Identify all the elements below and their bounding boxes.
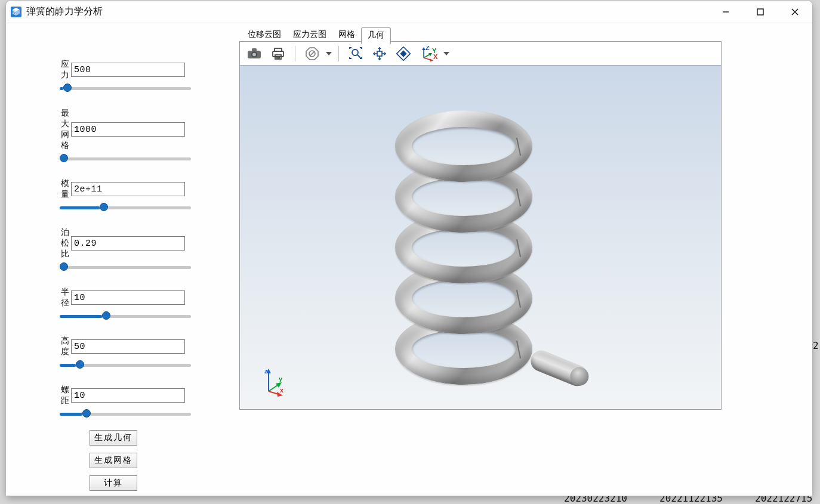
window-close-button[interactable] <box>778 1 812 23</box>
no-symbol-icon[interactable] <box>301 44 323 63</box>
window-minimize-button[interactable] <box>708 1 743 23</box>
label-force: 应力 <box>60 59 71 81</box>
svg-point-10 <box>252 52 256 56</box>
slider-max-mesh[interactable] <box>60 153 185 166</box>
titlebar[interactable]: 弹簧的静力学分析 <box>6 1 812 23</box>
svg-line-21 <box>357 55 360 58</box>
svg-text:x: x <box>280 386 284 394</box>
svg-rect-4 <box>757 9 763 15</box>
svg-marker-34 <box>443 52 449 55</box>
svg-rect-12 <box>273 51 283 57</box>
zoom-box-icon[interactable] <box>345 44 366 63</box>
tab-geometry[interactable]: 几何 <box>361 27 391 44</box>
pan-icon[interactable] <box>369 44 390 63</box>
label-poisson: 泊松比 <box>60 227 71 259</box>
label-height: 高度 <box>60 336 71 357</box>
spring-geometry <box>395 92 562 397</box>
slider-force[interactable] <box>60 83 185 96</box>
generate-geometry-button[interactable]: 生成几何 <box>90 430 137 446</box>
dropdown-icon[interactable] <box>325 51 332 57</box>
slider-poisson[interactable] <box>60 262 185 275</box>
svg-line-18 <box>310 51 315 56</box>
svg-text:y: y <box>279 375 283 382</box>
label-modulus: 模量 <box>60 178 71 200</box>
slider-radius[interactable] <box>60 311 185 324</box>
label-pitch: 螺距 <box>60 385 71 406</box>
generate-mesh-button[interactable]: 生成网格 <box>90 453 137 468</box>
label-radius: 半径 <box>60 287 71 308</box>
bg-fragment-d: 2 <box>813 340 819 351</box>
input-pitch[interactable] <box>71 388 185 403</box>
print-icon[interactable] <box>267 44 289 63</box>
svg-text:Z: Z <box>426 46 430 51</box>
parameter-panel: 应力 最大网格 模量 泊松比 <box>60 59 185 498</box>
svg-text:X: X <box>433 53 438 60</box>
svg-rect-8 <box>252 48 257 51</box>
label-max-mesh: 最大网格 <box>60 108 71 151</box>
slider-pitch[interactable] <box>60 409 185 422</box>
slider-height[interactable] <box>60 360 185 373</box>
camera-icon[interactable] <box>243 44 265 63</box>
input-radius[interactable] <box>71 290 185 305</box>
window-title: 弹簧的静力学分析 <box>26 5 103 18</box>
viewport-toolbar: Z Y X <box>240 42 721 66</box>
viewport-panel: Z Y X <box>239 41 722 410</box>
input-poisson[interactable] <box>71 236 185 251</box>
fit-view-icon[interactable] <box>393 44 414 63</box>
compute-button[interactable]: 计算 <box>90 475 137 491</box>
svg-text:z: z <box>264 367 268 375</box>
window-maximize-button[interactable] <box>743 1 778 23</box>
input-force[interactable] <box>71 63 185 77</box>
svg-rect-24 <box>400 50 406 57</box>
axis-triad-icon: z y x <box>263 366 286 395</box>
input-modulus[interactable] <box>71 182 185 196</box>
dropdown-icon[interactable] <box>443 51 450 57</box>
axis-orientation-icon[interactable]: Z Y X <box>417 44 440 63</box>
input-height[interactable] <box>71 339 185 354</box>
app-window: 弹簧的静力学分析 应力 最大网格 <box>5 0 813 496</box>
app-icon <box>10 5 23 18</box>
scene-3d-view[interactable]: z y x <box>240 66 721 409</box>
slider-modulus[interactable] <box>60 202 185 215</box>
svg-point-20 <box>352 50 358 55</box>
svg-marker-19 <box>326 52 332 55</box>
input-max-mesh[interactable] <box>71 122 185 137</box>
svg-rect-22 <box>377 51 382 56</box>
